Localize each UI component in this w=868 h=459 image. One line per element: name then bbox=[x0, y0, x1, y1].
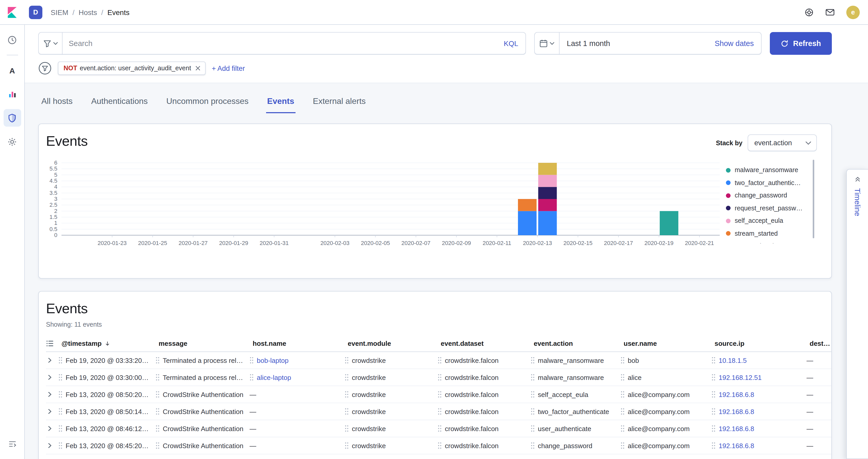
cell-link[interactable]: bob-laptop bbox=[257, 357, 288, 364]
cell-value[interactable]: CrowdStrike Authentication bbox=[163, 442, 243, 450]
kql-button[interactable]: KQL bbox=[497, 39, 525, 48]
tab-events[interactable]: Events bbox=[266, 93, 295, 113]
column-header-event-dataset[interactable]: event.dataset bbox=[441, 340, 534, 347]
cell-value[interactable]: alice@company.com bbox=[628, 425, 690, 432]
column-header-message[interactable]: message bbox=[159, 340, 253, 347]
cell-link[interactable]: 10.18.1.5 bbox=[719, 357, 747, 364]
cell-value[interactable]: Feb 13, 2020 @ 08:45:20.236 bbox=[66, 442, 150, 450]
app-a-button[interactable]: A bbox=[3, 62, 21, 79]
filter-options-button[interactable] bbox=[38, 62, 52, 75]
cell-link[interactable]: 192.168.6.8 bbox=[719, 442, 754, 450]
legend-item-user-authenticate[interactable]: user_authenticate bbox=[726, 240, 811, 243]
cell-value[interactable]: crowdstrike bbox=[352, 425, 386, 432]
cell-value[interactable]: Feb 19, 2020 @ 03:30:00.000 bbox=[66, 373, 150, 381]
cell-link[interactable]: 192.168.6.8 bbox=[719, 425, 754, 432]
cell-value[interactable]: crowdstrike.falcon bbox=[445, 357, 499, 364]
tab-external-alerts[interactable]: External alerts bbox=[312, 93, 367, 113]
tab-authentications[interactable]: Authentications bbox=[90, 93, 149, 113]
cell-value[interactable]: user_authenticate bbox=[538, 425, 591, 432]
cell-value[interactable]: crowdstrike.falcon bbox=[445, 407, 499, 415]
recently-viewed-button[interactable] bbox=[3, 31, 21, 49]
refresh-button[interactable]: Refresh bbox=[770, 32, 832, 55]
cell-value[interactable]: crowdstrike.falcon bbox=[445, 442, 499, 450]
cell-link[interactable]: 192.168.12.51 bbox=[719, 373, 762, 381]
bar-segment-user-authenticate[interactable] bbox=[538, 163, 557, 175]
legend-scrollbar[interactable] bbox=[813, 160, 814, 238]
expand-row-button[interactable] bbox=[46, 408, 53, 415]
bar-segment-request-reset-password[interactable] bbox=[538, 187, 557, 199]
cell-value[interactable]: alice bbox=[628, 373, 642, 381]
breadcrumb-siem[interactable]: SIEM bbox=[51, 8, 68, 16]
cell-value[interactable]: crowdstrike bbox=[352, 391, 386, 398]
bar-segment-two-factor-authenticate[interactable] bbox=[538, 211, 557, 235]
cell-value[interactable]: two_factor_authenticate bbox=[538, 407, 609, 415]
column-header-timestamp[interactable]: @timestamp bbox=[61, 340, 159, 347]
timeline-flyout[interactable]: Timeline bbox=[846, 169, 868, 459]
cell-value[interactable]: Terminated a process relate… bbox=[163, 373, 244, 381]
cell-value[interactable]: crowdstrike bbox=[352, 357, 386, 364]
cell-value[interactable]: malware_ransomware bbox=[538, 357, 604, 364]
cell-value[interactable]: alice@company.com bbox=[628, 442, 690, 450]
cell-value[interactable]: CrowdStrike Authentication bbox=[163, 391, 243, 398]
cell-value[interactable]: self_accept_eula bbox=[538, 391, 588, 398]
cell-value[interactable]: Feb 13, 2020 @ 08:46:12.362 bbox=[66, 425, 150, 432]
analytics-app-button[interactable] bbox=[3, 85, 21, 103]
search-input[interactable] bbox=[63, 39, 497, 48]
cell-value[interactable]: CrowdStrike Authentication bbox=[163, 425, 243, 432]
user-avatar[interactable]: e bbox=[846, 5, 860, 19]
legend-item-two-factor-authenticate[interactable]: two_factor_authenticate bbox=[726, 177, 811, 189]
show-dates-button[interactable]: Show dates bbox=[715, 39, 761, 48]
cell-value[interactable]: Feb 13, 2020 @ 08:50:14.754 bbox=[66, 407, 150, 415]
column-header-user-name[interactable]: user.name bbox=[624, 340, 715, 347]
cell-value[interactable]: crowdstrike bbox=[352, 442, 386, 450]
cell-link[interactable]: 192.168.6.8 bbox=[719, 391, 754, 398]
cell-link[interactable]: alice-laptop bbox=[257, 373, 291, 381]
expand-row-button[interactable] bbox=[46, 374, 53, 381]
field-browser-button[interactable] bbox=[46, 340, 61, 347]
bar-segment-self-accept-eula[interactable] bbox=[538, 175, 557, 187]
cell-value[interactable]: Terminated a process relate… bbox=[163, 357, 244, 364]
bar-segment-stream-started[interactable] bbox=[518, 199, 536, 211]
expand-row-button[interactable] bbox=[46, 442, 53, 449]
legend-item-change-password[interactable]: change_password bbox=[726, 189, 811, 202]
dock-navigation-button[interactable] bbox=[3, 435, 21, 453]
cell-value[interactable]: CrowdStrike Authentication bbox=[163, 407, 243, 415]
bar-segment-change-password[interactable] bbox=[538, 199, 557, 211]
breadcrumb-hosts[interactable]: Hosts bbox=[79, 8, 97, 16]
column-header-event-module[interactable]: event.module bbox=[348, 340, 441, 347]
cell-value[interactable]: crowdstrike.falcon bbox=[445, 425, 499, 432]
cell-value[interactable]: alice@company.com bbox=[628, 391, 690, 398]
time-range-value[interactable]: Last 1 month bbox=[560, 39, 617, 48]
cell-value[interactable]: alice@company.com bbox=[628, 407, 690, 415]
legend-item-stream-started[interactable]: stream_started bbox=[726, 227, 811, 240]
cell-value[interactable]: crowdstrike.falcon bbox=[445, 373, 499, 381]
tab-all-hosts[interactable]: All hosts bbox=[40, 93, 74, 113]
saved-queries-button[interactable] bbox=[39, 33, 63, 54]
filter-pill[interactable]: NOT event.action: user_activity_audit_ev… bbox=[58, 62, 206, 75]
legend-item-malware-ransomware[interactable]: malware_ransomware bbox=[726, 164, 811, 177]
add-filter-button[interactable]: + Add filter bbox=[212, 64, 245, 72]
legend-item-self-accept-eula[interactable]: self_accept_eula bbox=[726, 215, 811, 227]
remove-filter-icon[interactable] bbox=[195, 66, 200, 71]
column-header-event-action[interactable]: event.action bbox=[534, 340, 624, 347]
expand-row-button[interactable] bbox=[46, 357, 53, 364]
space-badge[interactable]: D bbox=[29, 5, 42, 19]
column-header-destination-ip[interactable]: destination.ip bbox=[810, 340, 830, 347]
stack-by-select[interactable]: event.action bbox=[748, 134, 817, 151]
cell-value[interactable]: Feb 13, 2020 @ 08:50:20.289 bbox=[66, 391, 150, 398]
bar-segment-malware-ransomware[interactable] bbox=[660, 211, 678, 235]
cell-value[interactable]: malware_ransomware bbox=[538, 373, 604, 381]
cell-value[interactable]: bob bbox=[628, 357, 639, 364]
cell-value[interactable]: Feb 19, 2020 @ 03:33:20.000 bbox=[66, 357, 150, 364]
siem-app-button[interactable] bbox=[3, 109, 21, 127]
cell-link[interactable]: 192.168.6.8 bbox=[719, 407, 754, 415]
cell-value[interactable]: crowdstrike bbox=[352, 373, 386, 381]
expand-row-button[interactable] bbox=[46, 425, 53, 432]
management-app-button[interactable] bbox=[3, 133, 21, 150]
tab-uncommon-processes[interactable]: Uncommon processes bbox=[165, 93, 250, 113]
newsfeed-icon[interactable] bbox=[825, 7, 835, 17]
column-header-source-ip[interactable]: source.ip bbox=[715, 340, 810, 347]
date-quick-select-button[interactable] bbox=[535, 33, 560, 54]
column-header-host-name[interactable]: host.name bbox=[253, 340, 348, 347]
kibana-logo[interactable] bbox=[0, 5, 25, 19]
